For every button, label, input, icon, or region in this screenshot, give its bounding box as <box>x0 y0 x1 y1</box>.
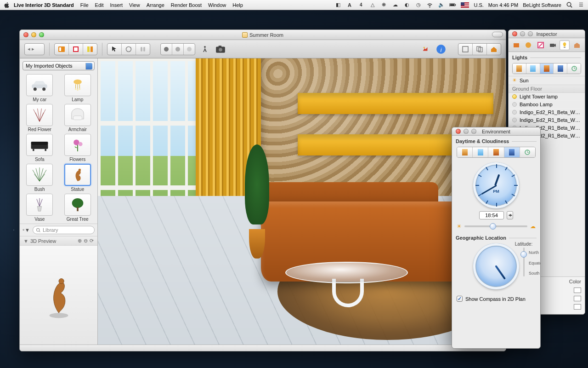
light-row[interactable]: Light Tower lamp <box>509 93 585 101</box>
quality-hi-icon[interactable] <box>184 44 195 55</box>
light-row[interactable]: Bamboo Lamp <box>509 101 585 109</box>
preset-dusk-icon[interactable] <box>540 63 554 74</box>
color-swatch[interactable] <box>574 296 581 301</box>
menu-edit[interactable]: Edit <box>95 2 104 8</box>
menuextra-icon[interactable]: ◧ <box>334 1 341 8</box>
color-swatch[interactable] <box>574 288 581 293</box>
tab-lights-icon[interactable] <box>560 40 570 50</box>
library-category-dropdown[interactable]: My Imported Objects <box>23 61 95 70</box>
snapshot-icon[interactable] <box>215 43 226 55</box>
menubar-vendor[interactable]: BeLight Software <box>523 2 561 8</box>
quality-low-icon[interactable] <box>161 44 172 55</box>
menu-file[interactable]: File <box>80 2 89 8</box>
zoom-button[interactable] <box>39 32 44 37</box>
preview-section-header[interactable]: ▼ 3D Preview ⊕ ⊖ ⟳ <box>20 236 97 246</box>
preset-dawn-icon[interactable] <box>457 147 473 157</box>
tab-materials-icon[interactable] <box>523 40 533 50</box>
quality-segment[interactable] <box>160 43 195 55</box>
latitude-slider[interactable]: North Equator South <box>520 247 528 276</box>
library-item[interactable]: Red Flower <box>23 104 57 132</box>
library-thumb-icon[interactable] <box>64 74 91 96</box>
inspector-toggle-icon[interactable] <box>83 44 97 55</box>
close-button[interactable] <box>456 129 461 134</box>
zoom-button[interactable] <box>471 129 476 134</box>
select-tool-icon[interactable] <box>107 44 122 55</box>
library-thumb-icon[interactable] <box>64 134 91 156</box>
input-source-label[interactable]: U.S. <box>474 2 483 8</box>
library-search-input[interactable]: Library <box>33 226 95 234</box>
library-actions-gear-icon[interactable]: ▼ <box>23 227 30 233</box>
library-item[interactable]: Flowers <box>61 134 95 162</box>
disclosure-icon[interactable]: ▼ <box>23 238 28 244</box>
minimize-button[interactable] <box>520 31 525 36</box>
time-input[interactable] <box>479 211 504 219</box>
library-thumb-icon[interactable] <box>26 104 53 126</box>
preview-3d-viewport[interactable] <box>20 246 97 345</box>
flag-icon[interactable] <box>461 2 469 8</box>
cloud-icon[interactable]: ☁ <box>392 1 399 8</box>
preset-night-icon[interactable] <box>554 63 567 74</box>
library-thumb-icon[interactable] <box>26 134 53 156</box>
tab-building-icon[interactable] <box>572 40 582 50</box>
library-thumb-icon[interactable] <box>64 194 91 216</box>
info-icon[interactable]: i <box>435 43 447 55</box>
view-2d-icon[interactable] <box>458 44 473 55</box>
time-stepper[interactable] <box>507 211 513 219</box>
menu-view[interactable]: View <box>129 2 140 8</box>
show-compass-checkbox[interactable]: ✓ <box>457 296 463 302</box>
library-item[interactable]: Statue <box>61 164 95 192</box>
cloudiness-slider[interactable]: ☀ ☁ <box>457 223 536 230</box>
orbit-tool-icon[interactable] <box>122 44 136 55</box>
menu-arrange[interactable]: Arrange <box>147 2 164 8</box>
menu-help[interactable]: Help <box>232 2 243 8</box>
view-3d-icon[interactable] <box>473 44 487 55</box>
quality-mid-icon[interactable] <box>172 44 184 55</box>
drive-icon[interactable]: △ <box>369 1 376 8</box>
library-thumb-icon[interactable] <box>26 74 53 96</box>
volume-icon[interactable]: 🔈 <box>438 1 445 8</box>
preset-day-icon[interactable] <box>526 63 540 74</box>
clock-control[interactable]: PM <box>473 162 519 208</box>
nav-back-forward-button[interactable]: ◂ ▸ <box>24 43 45 55</box>
light-row[interactable]: Indigo_Ed2_R1_Beta_Wing <box>509 109 585 116</box>
menu-insert[interactable]: Insert <box>110 2 123 8</box>
library-thumb-icon[interactable] <box>64 104 91 126</box>
preset-custom-icon[interactable] <box>567 63 581 74</box>
close-button[interactable] <box>512 31 517 36</box>
clock-icon[interactable]: ◷ <box>415 1 422 8</box>
minimize-button[interactable] <box>31 32 36 37</box>
menu-renderboost[interactable]: Render Boost <box>171 2 202 8</box>
zoom-button[interactable] <box>528 31 533 36</box>
preset-day-icon[interactable] <box>473 147 488 157</box>
color-swatch[interactable] <box>574 304 581 310</box>
tab-measure-icon[interactable] <box>536 40 546 50</box>
tab-object-icon[interactable] <box>511 40 521 50</box>
inspector-titlebar[interactable]: Inspector <box>509 30 585 38</box>
library-thumb-icon[interactable] <box>64 164 91 186</box>
tab-camera-icon[interactable] <box>548 40 558 50</box>
menu-app[interactable]: Live Interior 3D Standard <box>14 2 74 8</box>
panel-visibility-segment[interactable] <box>54 43 97 55</box>
library-item[interactable]: Great Tree <box>61 194 95 222</box>
compass-control[interactable] <box>473 243 519 289</box>
library-item[interactable]: Armchair <box>61 104 95 132</box>
library-thumb-icon[interactable] <box>26 194 53 216</box>
view-mode-segment[interactable] <box>458 43 501 55</box>
library-thumb-icon[interactable] <box>26 164 53 186</box>
library-item[interactable]: My car <box>23 74 57 102</box>
tool-segment[interactable] <box>107 43 150 55</box>
light-row[interactable]: Indigo_Ed2_R1_Beta_Wing <box>509 116 585 124</box>
daytime-preset-segment[interactable] <box>457 147 536 158</box>
battery-icon[interactable] <box>449 1 456 8</box>
walk-tool-icon[interactable] <box>199 43 211 55</box>
close-button[interactable] <box>23 32 28 37</box>
library-item[interactable]: Lamp <box>61 74 95 102</box>
display-icon[interactable]: ◐ <box>403 1 410 8</box>
pan-tool-icon[interactable] <box>136 44 150 55</box>
preset-custom-icon[interactable] <box>520 147 535 157</box>
preset-dawn-icon[interactable] <box>513 63 526 74</box>
library-panel-icon[interactable] <box>55 44 69 55</box>
adobe-icon[interactable]: A <box>346 1 353 8</box>
sync-icon[interactable]: ❋ <box>380 1 387 8</box>
3d-viewport[interactable] <box>98 58 506 345</box>
